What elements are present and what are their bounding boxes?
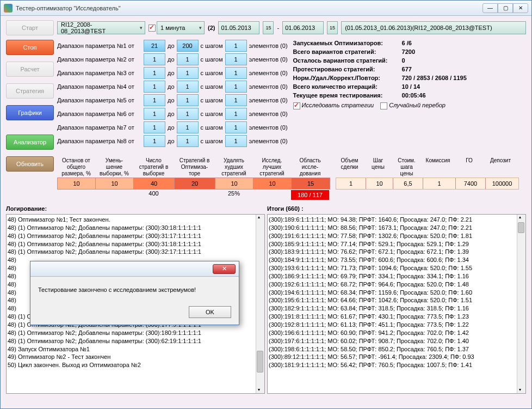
- random-label: Случайный перебор: [389, 102, 446, 108]
- td-6[interactable]: 10: [253, 178, 292, 189]
- log-line: 48) (1) Оптимизатор №2; Добавлены параме…: [8, 337, 263, 345]
- td-9[interactable]: 10: [366, 178, 393, 189]
- td-11[interactable]: 1: [423, 178, 456, 189]
- stat-val-2: 7200: [402, 48, 415, 55]
- param-step-input[interactable]: 1: [225, 40, 247, 52]
- modal-close-button[interactable]: ✕: [213, 264, 236, 274]
- calendar-to-icon[interactable]: 15: [327, 21, 338, 34]
- th-13: Депозит: [484, 157, 517, 178]
- calc-button[interactable]: Расчет: [6, 62, 54, 77]
- strategy-button[interactable]: Стратегия: [6, 83, 54, 99]
- minimize-button[interactable]: —: [482, 3, 498, 13]
- results-scrollbar[interactable]: [517, 215, 525, 393]
- td-2[interactable]: 10: [96, 178, 134, 189]
- td-13[interactable]: 100000: [486, 178, 518, 189]
- td-10[interactable]: 6,5: [393, 178, 423, 189]
- param-row: Диапазон параметра №5 от1до1с шагом1элем…: [57, 94, 288, 106]
- result-line: (300):181:9:1:1:1:1:1; МО: 56.42; ПРФТ: …: [269, 361, 524, 369]
- stat-label-2: Всего вариантов стратегий:: [293, 48, 402, 55]
- window-title: Тестер-оптимизатор "Исследователь": [16, 5, 482, 11]
- param-elem-label: элементов (0): [249, 111, 288, 117]
- research-checkbox[interactable]: [293, 102, 300, 109]
- param-label: Диапазон параметра №8 от: [57, 138, 141, 144]
- calendar-from-icon[interactable]: 15: [263, 21, 274, 34]
- param-to-input[interactable]: 1: [177, 121, 199, 133]
- param-from-input[interactable]: 1: [144, 121, 165, 133]
- param-to-input[interactable]: 1: [177, 94, 199, 106]
- param-step-input[interactable]: 1: [225, 81, 247, 93]
- td-3[interactable]: 40: [134, 178, 175, 189]
- param-elem-label: элементов (0): [249, 70, 288, 76]
- maximize-button[interactable]: ▢: [498, 3, 513, 13]
- th-10: Стоим. шага цены: [392, 157, 422, 178]
- param-from-input[interactable]: 1: [144, 81, 165, 93]
- td-7[interactable]: 15: [292, 178, 330, 189]
- param-label: Диапазон параметра №1 от: [57, 42, 141, 49]
- param-step-input[interactable]: 1: [225, 108, 247, 120]
- param-to-input[interactable]: 1: [177, 135, 199, 147]
- app-window: Тестер-оптимизатор "Исследователь" — ▢ ✕…: [0, 0, 532, 409]
- log-line: 48) (1) Оптимизатор №2; Добавлены параме…: [8, 329, 263, 337]
- date-to-input[interactable]: 01.06.2013: [282, 21, 324, 34]
- modal-message: Тестирование закончено с исследованием э…: [38, 286, 231, 293]
- th-1: Останов от общего размера, %: [57, 157, 95, 178]
- research-label: Исследовать стратегии: [302, 102, 374, 108]
- param-to-input[interactable]: 1: [177, 108, 199, 120]
- td-4[interactable]: 20: [175, 178, 215, 189]
- info-display: (01.05.2013_01.06.2013)(RI12_2008-08_201…: [341, 21, 526, 34]
- stop-button[interactable]: Стоп: [6, 40, 54, 55]
- stat-label-5: Норм./Удал./Коррект./Повтор:: [293, 75, 402, 81]
- td-1[interactable]: 10: [58, 178, 96, 189]
- modal-ok-button[interactable]: OK: [189, 306, 231, 318]
- param-elem-label: элементов (0): [249, 124, 288, 131]
- param-from-input[interactable]: 1: [144, 67, 165, 79]
- param-label: Диапазон параметра №4 от: [57, 83, 141, 90]
- result-line: (300):89:12:1:1:1:1:1; МО: 56.57; ПРФТ: …: [269, 353, 524, 361]
- start-button[interactable]: Старт: [6, 20, 54, 35]
- random-checkbox[interactable]: [380, 102, 387, 109]
- log-scrollbar[interactable]: [256, 215, 264, 393]
- td-8[interactable]: 1: [336, 178, 366, 189]
- date-from-input[interactable]: 01.05.2013: [218, 21, 259, 34]
- below-3: 400: [133, 190, 174, 200]
- param-from-input[interactable]: 1: [144, 108, 165, 120]
- log-line: 48) (1) Оптимизатор №2; Добавлены параме…: [8, 248, 263, 256]
- charts-button[interactable]: Графики: [6, 105, 54, 120]
- param-elem-label: элементов (0): [249, 97, 288, 103]
- param-step-input[interactable]: 1: [225, 67, 247, 79]
- param-from-input[interactable]: 1: [144, 94, 165, 106]
- param-from-input[interactable]: 1: [144, 135, 165, 147]
- param-to-input[interactable]: 1: [177, 53, 199, 65]
- stat-val-1: 6 /6: [402, 40, 412, 46]
- param-step-input[interactable]: 1: [225, 121, 247, 133]
- td-12[interactable]: 7400: [456, 178, 486, 189]
- result-line: (300):191:8:1:1:1:1:1; МО: 61.67; ПРФТ: …: [269, 313, 524, 321]
- param-step-input[interactable]: 1: [225, 135, 247, 147]
- param-from-input[interactable]: 1: [144, 53, 165, 65]
- close-button[interactable]: ✕: [513, 3, 528, 13]
- titlebar: Тестер-оптимизатор "Исследователь" — ▢ ✕: [1, 1, 531, 16]
- result-line: (300):189:6:1:1:1:1:1; МО: 94.38; ПРФТ: …: [269, 216, 524, 224]
- param-step-input[interactable]: 1: [225, 53, 247, 65]
- th-5: Удалять худших стратегий: [215, 157, 253, 178]
- th-11: Комиссия: [422, 157, 454, 178]
- count-label: (2): [208, 25, 215, 31]
- param-from-input[interactable]: 21: [144, 40, 165, 52]
- results-box[interactable]: (300):189:6:1:1:1:1:1; МО: 94.38; ПРФТ: …: [267, 214, 526, 394]
- timeframe-dropdown[interactable]: 1 минута: [157, 21, 205, 34]
- strategy-dropdown[interactable]: RI12_2008-08_2013@TEST: [57, 21, 145, 34]
- param-step-input[interactable]: 1: [225, 94, 247, 106]
- td-5[interactable]: 10: [215, 178, 253, 189]
- param-to-input[interactable]: 1: [177, 67, 199, 79]
- result-line: (300):196:6:1:1:1:1:1; МО: 60.90; ПРФТ: …: [269, 329, 524, 337]
- analyzer-button[interactable]: Анализатор: [6, 135, 54, 150]
- result-line: (300):195:6:1:1:1:1:1; МО: 64.66; ПРФТ: …: [269, 296, 524, 304]
- refresh-button[interactable]: Обновить: [6, 156, 54, 172]
- stat-val-7: 00:05:46: [402, 92, 426, 99]
- timeframe-checkbox[interactable]: [149, 25, 156, 32]
- result-line: (300):192:6:1:1:1:1:1; МО: 68.72; ПРФТ: …: [269, 280, 524, 289]
- results-title: Итоги (660) :: [267, 205, 526, 212]
- param-to-input[interactable]: 200: [177, 40, 199, 52]
- param-to-input[interactable]: 1: [177, 81, 199, 93]
- result-line: (300):198:6:1:1:1:1:1; МО: 58.50; ПРФТ: …: [269, 345, 524, 353]
